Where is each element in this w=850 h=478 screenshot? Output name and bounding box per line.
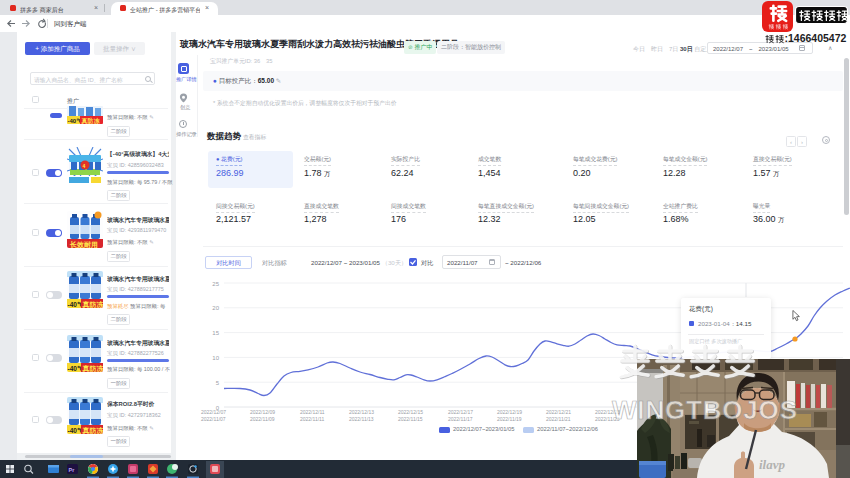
svg-text::1466405472: :1466405472 — [785, 32, 847, 44]
svg-text:WINGTBOJOS: WINGTBOJOS — [612, 395, 798, 425]
